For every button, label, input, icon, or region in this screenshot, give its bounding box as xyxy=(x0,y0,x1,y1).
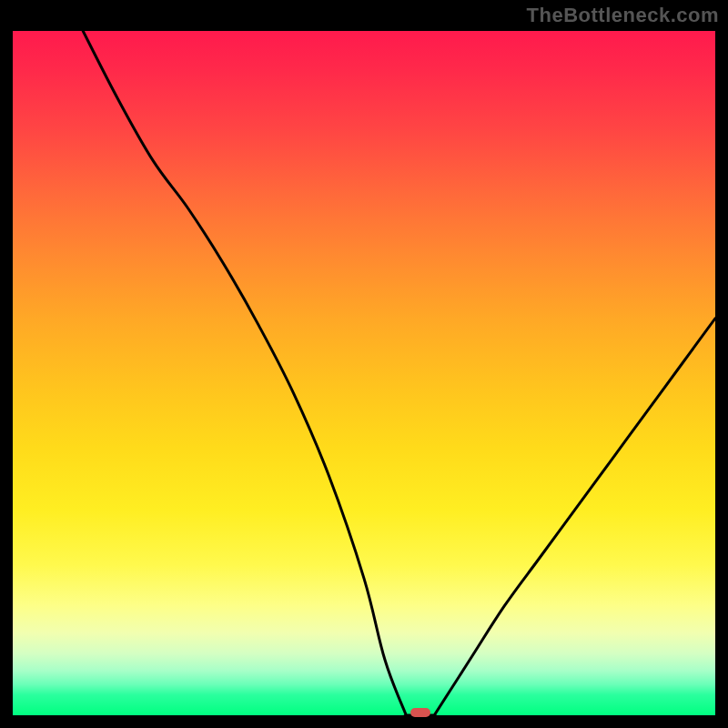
watermark-text: TheBottleneck.com xyxy=(527,4,719,27)
chart-frame: TheBottleneck.com xyxy=(0,0,728,728)
plot-area xyxy=(13,31,715,715)
optimal-marker xyxy=(410,708,430,717)
bottleneck-curve xyxy=(13,31,715,715)
